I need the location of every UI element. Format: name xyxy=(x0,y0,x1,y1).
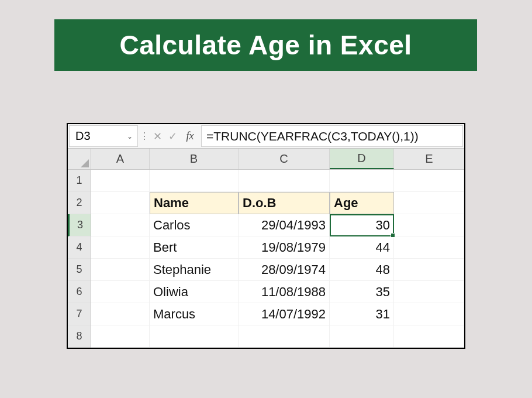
cell-b4[interactable]: Bert xyxy=(150,236,239,259)
cancel-formula-button[interactable]: ✕ xyxy=(150,124,165,148)
cell-c8[interactable] xyxy=(239,325,330,348)
cell-e5[interactable] xyxy=(394,259,464,281)
cell-c2[interactable]: D.o.B xyxy=(239,192,330,214)
cell-b6[interactable]: Oliwia xyxy=(150,281,239,303)
col-header-b[interactable]: B xyxy=(150,149,239,169)
cell-e2[interactable] xyxy=(394,192,464,214)
cell-c1[interactable] xyxy=(239,170,330,192)
row-header-1[interactable]: 1 xyxy=(68,170,91,192)
page-title: Calculate Age in Excel xyxy=(119,29,412,61)
formula-bar-separator: ⋮ xyxy=(139,124,150,148)
cell-a1[interactable] xyxy=(91,170,150,192)
page-title-banner: Calculate Age in Excel xyxy=(54,19,477,71)
col-header-e[interactable]: E xyxy=(394,149,464,169)
cell-e4[interactable] xyxy=(394,236,464,259)
grid-area: A B C D E Name D.o.B xyxy=(91,149,464,348)
cell-a6[interactable] xyxy=(91,281,150,303)
cell-c3[interactable]: 29/04/1993 xyxy=(239,214,330,236)
row-header-8[interactable]: 8 xyxy=(68,325,91,348)
spreadsheet-grid: 1 2 3 4 5 6 7 8 A B C D E xyxy=(68,149,464,348)
cell-b5[interactable]: Stephanie xyxy=(150,259,239,281)
table-row: Marcus 14/07/1992 31 xyxy=(91,303,464,325)
cell-d8[interactable] xyxy=(330,325,394,348)
table-row: Oliwia 11/08/1988 35 xyxy=(91,281,464,303)
cell-e8[interactable] xyxy=(394,325,464,348)
cell-e3[interactable] xyxy=(394,214,464,236)
cell-d1[interactable] xyxy=(330,170,394,192)
row-header-4[interactable]: 4 xyxy=(68,236,91,259)
excel-window: D3 ⌄ ⋮ ✕ ✓ fx =TRUNC(YEARFRAC(C3,TODAY()… xyxy=(67,123,465,349)
row-header-5[interactable]: 5 xyxy=(68,259,91,281)
formula-bar: D3 ⌄ ⋮ ✕ ✓ fx =TRUNC(YEARFRAC(C3,TODAY()… xyxy=(68,124,464,149)
name-box[interactable]: D3 ⌄ xyxy=(69,125,138,147)
accept-formula-button[interactable]: ✓ xyxy=(165,124,180,148)
row-gutter: 1 2 3 4 5 6 7 8 xyxy=(68,149,91,348)
col-header-a[interactable]: A xyxy=(91,149,150,169)
cell-e1[interactable] xyxy=(394,170,464,192)
table-row: Bert 19/08/1979 44 xyxy=(91,236,464,259)
fx-icon[interactable]: fx xyxy=(180,124,200,148)
row-header-7[interactable]: 7 xyxy=(68,303,91,325)
name-box-value: D3 xyxy=(75,129,91,143)
cell-b8[interactable] xyxy=(150,325,239,348)
cell-d5[interactable]: 48 xyxy=(330,259,394,281)
cell-a4[interactable] xyxy=(91,236,150,259)
cell-d7[interactable]: 31 xyxy=(330,303,394,325)
table-row xyxy=(91,170,464,192)
cell-c5[interactable]: 28/09/1974 xyxy=(239,259,330,281)
cell-c7[interactable]: 14/07/1992 xyxy=(239,303,330,325)
cell-d6[interactable]: 35 xyxy=(330,281,394,303)
cell-a2[interactable] xyxy=(91,192,150,214)
table-row xyxy=(91,325,464,348)
data-rows: Name D.o.B Age Carlos 29/04/1993 30 Bert xyxy=(91,170,464,348)
cell-c6[interactable]: 11/08/1988 xyxy=(239,281,330,303)
cell-a3[interactable] xyxy=(91,214,150,236)
table-row: Carlos 29/04/1993 30 xyxy=(91,214,464,236)
row-header-2[interactable]: 2 xyxy=(68,192,91,214)
chevron-down-icon[interactable]: ⌄ xyxy=(127,132,133,140)
col-header-d[interactable]: D xyxy=(330,149,394,169)
cell-b2[interactable]: Name xyxy=(150,192,239,214)
formula-text: =TRUNC(YEARFRAC(C3,TODAY(),1)) xyxy=(206,129,419,143)
cell-d2[interactable]: Age xyxy=(330,192,394,214)
cell-b1[interactable] xyxy=(150,170,239,192)
table-row: Name D.o.B Age xyxy=(91,192,464,214)
formula-input[interactable]: =TRUNC(YEARFRAC(C3,TODAY(),1)) xyxy=(201,125,463,147)
column-headers: A B C D E xyxy=(91,149,464,170)
cell-b7[interactable]: Marcus xyxy=(150,303,239,325)
select-all-corner[interactable] xyxy=(68,149,91,170)
row-header-6[interactable]: 6 xyxy=(68,281,91,303)
cell-a8[interactable] xyxy=(91,325,150,348)
cell-e6[interactable] xyxy=(394,281,464,303)
table-row: Stephanie 28/09/1974 48 xyxy=(91,259,464,281)
cell-b3[interactable]: Carlos xyxy=(150,214,239,236)
cell-d4[interactable]: 44 xyxy=(330,236,394,259)
cell-c4[interactable]: 19/08/1979 xyxy=(239,236,330,259)
cell-e7[interactable] xyxy=(394,303,464,325)
row-header-3[interactable]: 3 xyxy=(68,214,91,236)
cell-a5[interactable] xyxy=(91,259,150,281)
cell-a7[interactable] xyxy=(91,303,150,325)
cell-d3[interactable]: 30 xyxy=(330,214,394,236)
col-header-c[interactable]: C xyxy=(239,149,330,169)
